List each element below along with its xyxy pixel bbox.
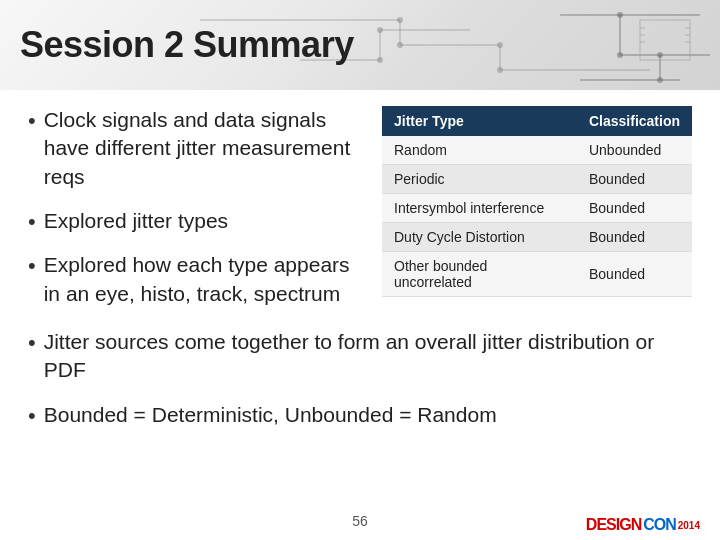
jitter-table-container: Jitter Type Classification RandomUnbound… [382,106,692,297]
slide-footer: 56 DESIGN CON 2014 [0,502,720,540]
bullet-1-text: Clock signals and data signals have diff… [44,106,364,191]
bullet-2-row: • Explored jitter types [28,207,364,235]
bullet-2-text: Explored jitter types [44,207,228,235]
bullet-4-row: • Jitter sources come together to form a… [28,328,692,385]
jitter-table: Jitter Type Classification RandomUnbound… [382,106,692,297]
jitter-type-cell: Random [382,136,577,165]
table-row: Duty Cycle DistortionBounded [382,223,692,252]
logo: DESIGN CON 2014 [586,516,700,534]
logo-design-text: DESIGN [586,516,641,534]
bullet-3-row: • Explored how each type appears in an e… [28,251,364,308]
bottom-bullets: • Jitter sources come together to form a… [28,328,692,439]
classification-cell: Bounded [577,165,692,194]
classification-cell: Bounded [577,223,692,252]
jitter-type-cell: Duty Cycle Distortion [382,223,577,252]
bullet-4-dot: • [28,330,36,356]
svg-point-19 [617,12,623,18]
table-row: Other bounded uncorrelatedBounded [382,252,692,297]
bullet-1-dot: • [28,108,36,134]
svg-point-22 [657,77,663,83]
svg-point-10 [497,42,503,48]
col2-header: Classification [577,106,692,136]
bullet-3-dot: • [28,253,36,279]
slide-header: Session 2 Summary [0,0,720,90]
table-header-row: Jitter Type Classification [382,106,692,136]
svg-point-11 [497,67,503,73]
bullet-3-text: Explored how each type appears in an eye… [44,251,364,308]
table-row: Intersymbol interferenceBounded [382,194,692,223]
jitter-type-cell: Other bounded uncorrelated [382,252,577,297]
bullet-5-row: • Bounded = Deterministic, Unbounded = R… [28,401,692,429]
svg-point-13 [377,27,383,33]
slide-title: Session 2 Summary [20,24,354,66]
classification-cell: Bounded [577,194,692,223]
classification-cell: Unbounded [577,136,692,165]
logo-con-text: CON [643,516,676,534]
svg-point-9 [397,42,403,48]
logo-year-text: 2014 [678,520,700,531]
classification-cell: Bounded [577,252,692,297]
svg-point-21 [657,52,663,58]
svg-rect-23 [640,20,690,60]
col1-header: Jitter Type [382,106,577,136]
bullet-5-text: Bounded = Deterministic, Unbounded = Ran… [44,401,497,429]
bullet-4-text: Jitter sources come together to form an … [44,328,692,385]
page-number: 56 [352,513,368,529]
left-bullets: • Clock signals and data signals have di… [28,106,364,318]
middle-section: • Clock signals and data signals have di… [28,106,692,318]
bullet-5-dot: • [28,403,36,429]
svg-point-8 [397,17,403,23]
jitter-type-cell: Intersymbol interference [382,194,577,223]
table-row: RandomUnbounded [382,136,692,165]
slide-content: • Clock signals and data signals have di… [0,90,720,502]
bullet-2-dot: • [28,209,36,235]
slide: Session 2 Summary • Clock signals and da… [0,0,720,540]
bullet-1-row: • Clock signals and data signals have di… [28,106,364,191]
svg-point-12 [377,57,383,63]
jitter-type-cell: Periodic [382,165,577,194]
table-row: PeriodicBounded [382,165,692,194]
svg-point-20 [617,52,623,58]
